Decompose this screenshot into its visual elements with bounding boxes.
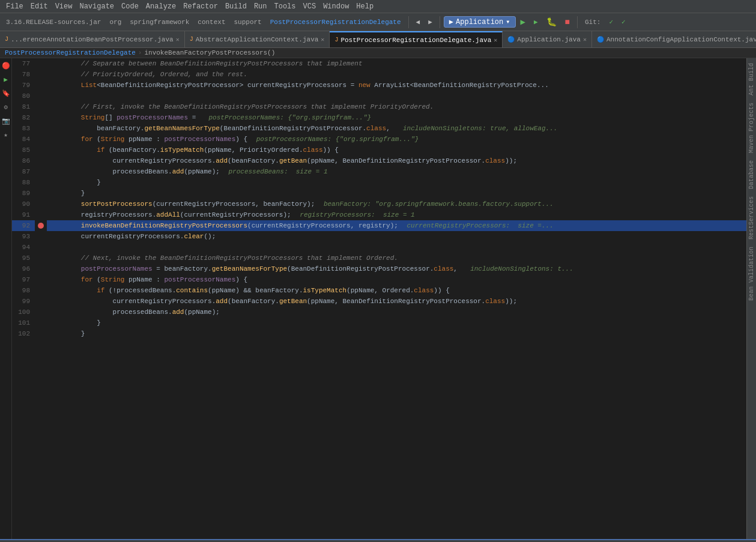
debug-panel: 🐛 Debug: Application ✕ ⚙ − Debugger | Co… [0,539,756,542]
tab-close-2[interactable]: ✕ [321,36,324,43]
forward-btn[interactable]: ▶ [425,17,436,27]
tab-label-4: Application.java [517,36,581,43]
app-config-icon: ▶ [449,17,453,26]
tab-icon-2: J [190,36,193,43]
code-line-78: 78 // PriorityOrdered, Ordered, and the … [12,69,746,80]
menu-build[interactable]: Build [222,0,250,13]
code-line-93: 93 currentRegistryProcessors.clear(); [12,231,746,242]
filepath-bar: PostProcessorRegistrationDelegate › invo… [0,48,756,58]
breakpoint-92 [38,223,44,229]
left-icon-run[interactable]: ▶ [2,74,9,85]
code-line-85: 85 if (beanFactory.isTypeMatch(ppName, P… [12,145,746,155]
menu-refactor[interactable]: Refactor [180,0,222,13]
menu-tools[interactable]: Tools [271,0,300,13]
menu-view[interactable]: View [52,0,76,13]
menu-window[interactable]: Window [319,0,352,13]
menu-navigate[interactable]: Navigate [76,0,118,13]
tab-label-3: PostProcessorRegistrationDelegate.java [340,37,491,44]
delegate-label[interactable]: PostProcessorRegistrationDelegate [267,17,405,27]
org-label: org [106,17,125,27]
support-label: support [231,17,265,27]
code-line-87: 87 processedBeans.add(ppName); processed… [12,166,746,177]
right-tab-ant[interactable]: Ant Build [747,61,756,98]
toolbar-separator-2 [440,16,440,28]
right-tab-bean[interactable]: Bean Validation [747,244,756,303]
menu-bar: File Edit View Navigate Code Analyze Ref… [0,0,756,13]
filepath-call[interactable]: invokeBeanFactoryPostProcessors() [144,49,275,56]
tab-ferenceannotation[interactable]: J ...erenceAnnotationBeanPostProcessor.j… [0,31,185,48]
right-tab-database[interactable]: Database [747,158,756,191]
code-line-86: 86 currentRegistryProcessors.add(beanFac… [12,155,746,166]
code-line-89: 89 } [12,188,746,199]
git-label: Git: [581,17,604,27]
back-btn[interactable]: ◀ [413,17,424,27]
right-tab-maven[interactable]: Maven Projects [747,100,756,155]
toolbar: 3.16.RELEASE-sources.jar org springframe… [0,13,756,31]
run-coverage-btn[interactable]: ▶ [530,17,542,27]
filepath-sep: › [138,49,142,56]
left-icon-mark[interactable]: 🔖 [1,88,11,98]
right-tab-rest[interactable]: RestServices [747,194,756,242]
code-line-101: 101 } [12,318,746,328]
code-line-90: 90 sortPostProcessors(currentRegistryPro… [12,199,746,209]
code-line-91: 91 registryProcessors.addAll(currentRegi… [12,209,746,220]
tab-icon-5: 🔵 [597,36,604,43]
code-line-77: 77 // Separate between BeanDefinitionReg… [12,58,746,69]
code-line-96: 96 postProcessorNames = beanFactory.getB… [12,263,746,274]
toolbar-separator-1 [408,16,409,28]
stop-button[interactable]: ■ [561,16,573,28]
tab-label-1: ...erenceAnnotationBeanPostProcessor.jav… [11,36,174,43]
tab-label-2: AbstractApplicationContext.java [196,36,319,43]
code-line-92: 92 invokeBeanDefinitionRegistryPostProce… [12,220,746,231]
menu-vcs[interactable]: VCS [300,0,320,13]
tab-application[interactable]: 🔵 Application.java ✕ [503,31,592,48]
code-line-80: 80 [12,91,746,101]
code-content[interactable]: 77 // Separate between BeanDefinitionReg… [12,58,746,539]
menu-help[interactable]: Help [352,0,377,13]
git-checkmark: ✓ [605,17,617,27]
code-line-81: 81 // First, invoke the BeanDefinitionRe… [12,101,746,112]
left-icon-star[interactable]: ★ [2,130,9,140]
menu-file[interactable]: File [2,0,27,13]
code-line-95: 95 // Next, invoke the BeanDefinitionReg… [12,253,746,263]
tab-close-4[interactable]: ✕ [583,36,587,43]
context-label: context [194,17,229,27]
code-editor: 77 // Separate between BeanDefinitionReg… [12,58,746,539]
right-sidebar: Ant Build Maven Projects Database RestSe… [746,58,756,539]
framework-label: springframework [126,17,193,27]
app-config-dropdown: ▾ [506,17,510,26]
tab-annotationconfig[interactable]: 🔵 AnnotationConfigApplicationContext.jav… [592,31,756,48]
tab-close-1[interactable]: ✕ [176,36,180,43]
code-line-99: 99 currentRegistryProcessors.add(beanFac… [12,296,746,307]
menu-code[interactable]: Code [118,0,142,13]
jar-label: 3.16.RELEASE-sources.jar [2,17,104,27]
left-icon-debug[interactable]: 🔴 [1,61,11,71]
tab-icon-1: J [5,36,8,43]
tab-postprocessor[interactable]: J PostProcessorRegistrationDelegate.java… [330,31,503,48]
left-icon-gear[interactable]: ⚙ [2,102,9,112]
menu-run[interactable]: Run [250,0,271,13]
menu-edit[interactable]: Edit [27,0,52,13]
menu-analyze[interactable]: Analyze [142,0,180,13]
toolbar-separator-3 [577,16,578,28]
run-button[interactable]: ▶ [517,16,529,28]
left-icon-camera[interactable]: 📷 [1,116,11,126]
code-line-82: 82 String[] postProcessorNames = postPro… [12,112,746,123]
code-line-97: 97 for (String ppName : postProcessorNam… [12,274,746,285]
app-config-selector[interactable]: ▶ Application ▾ [444,16,516,28]
code-line-102: 102 } [12,328,746,339]
tab-abstractapplication[interactable]: J AbstractApplicationContext.java ✕ [185,31,330,48]
code-line-100: 100 processedBeans.add(ppName); [12,307,746,318]
tabs-bar: J ...erenceAnnotationBeanPostProcessor.j… [0,31,756,48]
tab-icon-4: 🔵 [507,36,515,43]
tab-close-3[interactable]: ✕ [494,37,497,44]
code-line-79: 79 List<BeanDefinitionRegistryPostProces… [12,80,746,91]
tab-icon-3: J [334,37,338,43]
code-line-94: 94 [12,242,746,253]
app-config-label: Application [456,18,503,26]
code-line-88: 88 } [12,177,746,188]
debug-button[interactable]: 🐛 [543,16,560,28]
filepath-method[interactable]: PostProcessorRegistrationDelegate [5,49,136,56]
main-layout: 🔴 ▶ 🔖 ⚙ 📷 ★ 77 // Separate between BeanD… [0,58,756,539]
code-line-83: 83 beanFactory.getBeanNamesForType(BeanD… [12,123,746,134]
